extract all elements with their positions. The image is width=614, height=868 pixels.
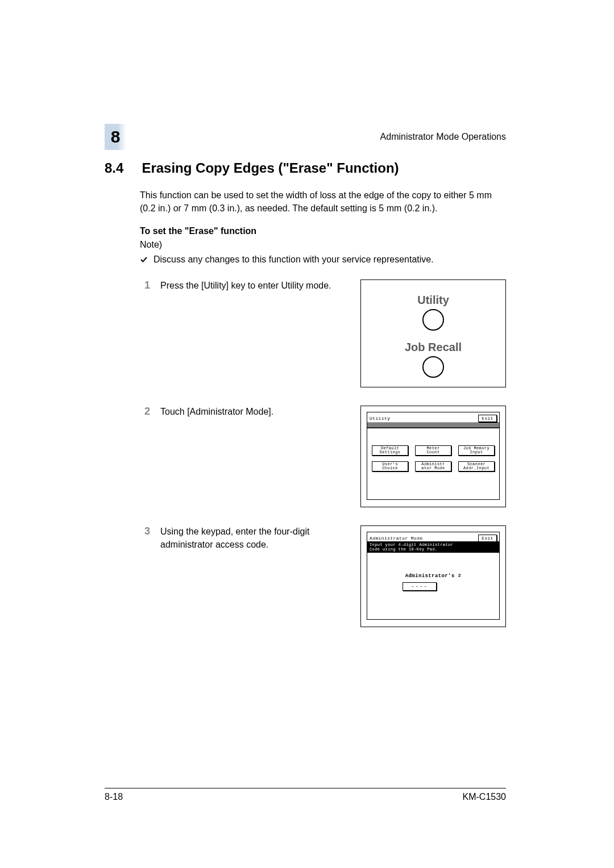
step-text: Press the [Utility] key to enter Utility… bbox=[160, 279, 348, 387]
step-number: 2 bbox=[140, 406, 150, 507]
lcd-divider bbox=[367, 423, 499, 428]
model-number: KM-C1530 bbox=[463, 792, 506, 802]
job-memory-input-button[interactable]: Job Memory Input bbox=[458, 445, 495, 456]
chapter-number: 8 bbox=[111, 127, 121, 147]
admin-code-input[interactable]: ---- bbox=[403, 582, 437, 591]
job-recall-key-button[interactable] bbox=[422, 356, 444, 378]
step-text: Touch [Administrator Mode]. bbox=[160, 406, 348, 507]
utility-key: Utility bbox=[417, 294, 449, 331]
header-section-title: Administrator Mode Operations bbox=[380, 132, 506, 142]
page-number: 8-18 bbox=[105, 792, 123, 802]
lcd-titlebar: Utility Exit bbox=[367, 412, 499, 423]
utility-key-label: Utility bbox=[417, 294, 449, 307]
step-number: 1 bbox=[140, 279, 150, 387]
chapter-badge: 8 bbox=[105, 124, 126, 150]
step-2: 2 Touch [Administrator Mode]. Utility Ex… bbox=[140, 406, 506, 507]
figure-utility-keys: Utility Job Recall bbox=[360, 279, 506, 387]
utility-key-button[interactable] bbox=[422, 309, 444, 331]
page-header: 8 Administrator Mode Operations bbox=[105, 124, 506, 150]
job-recall-key: Job Recall bbox=[405, 341, 462, 378]
job-recall-key-label: Job Recall bbox=[405, 341, 462, 354]
intro-paragraph: This function can be used to set the wid… bbox=[140, 189, 506, 215]
footer-rule bbox=[105, 788, 506, 788]
section-title: Erasing Copy Edges ("Erase" Function) bbox=[142, 160, 399, 176]
note-bullet-text: Discuss any changes to this function wit… bbox=[154, 254, 434, 266]
meter-count-button[interactable]: Meter Count bbox=[415, 445, 451, 456]
section-number: 8.4 bbox=[105, 160, 123, 176]
step-3: 3 Using the keypad, enter the four-digit… bbox=[140, 525, 506, 627]
lcd-title: Administrator Mode bbox=[370, 536, 423, 541]
step-number: 3 bbox=[140, 525, 150, 627]
page-footer: 8-18 KM-C1530 bbox=[105, 788, 506, 802]
administrator-mode-button[interactable]: Administr ator Mode bbox=[415, 461, 451, 471]
manual-page: 8 Administrator Mode Operations 8.4 Eras… bbox=[0, 0, 614, 868]
lcd-title: Utility bbox=[370, 416, 390, 421]
step-1: 1 Press the [Utility] key to enter Utili… bbox=[140, 279, 506, 387]
step-text: Using the keypad, enter the four-digit a… bbox=[160, 525, 348, 627]
exit-button[interactable]: Exit bbox=[478, 535, 497, 542]
section-heading: 8.4 Erasing Copy Edges ("Erase" Function… bbox=[105, 160, 506, 176]
body-column: This function can be used to set the wid… bbox=[140, 189, 506, 627]
figure-utility-screen: Utility Exit Default Settings bbox=[360, 406, 506, 507]
admin-code-label: Administrator's # bbox=[367, 573, 499, 579]
checkmark-icon bbox=[140, 256, 148, 266]
lcd-instruction: Input your 4-digit Administrator Code us… bbox=[367, 541, 499, 553]
scanner-addr-input-button[interactable]: Scanner Addr.Input bbox=[458, 461, 495, 471]
default-settings-button[interactable]: Default Settings bbox=[372, 445, 408, 456]
note-bullet: Discuss any changes to this function wit… bbox=[140, 254, 506, 266]
note-label: Note) bbox=[140, 240, 506, 250]
figure-admin-code-screen: Administrator Mode Exit Input your 4-dig… bbox=[360, 525, 506, 627]
exit-button[interactable]: Exit bbox=[478, 415, 497, 422]
users-choice-button[interactable]: User's Choice bbox=[372, 461, 408, 471]
procedure-heading: To set the "Erase" function bbox=[140, 226, 506, 236]
